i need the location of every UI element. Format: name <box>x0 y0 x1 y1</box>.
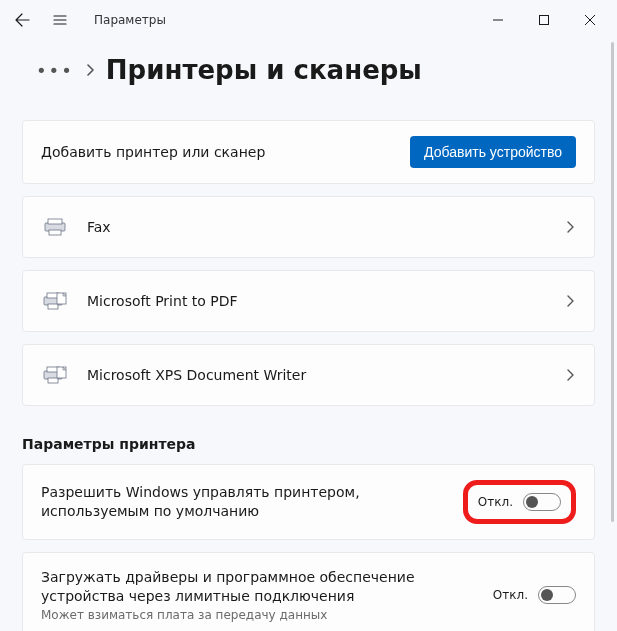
toggle-state-label: Откл. <box>478 495 513 509</box>
printer-pdf-icon <box>41 291 69 311</box>
option-metered-download: Загружать драйверы и программное обеспеч… <box>22 552 595 631</box>
app-name: Параметры <box>94 13 166 27</box>
option-title: Загружать драйверы и программное обеспеч… <box>41 568 483 606</box>
maximize-icon <box>539 15 549 25</box>
option-subtitle: Может взиматься плата за передачу данных <box>41 608 483 622</box>
back-button[interactable] <box>4 2 40 38</box>
printer-xps-icon <box>41 365 69 385</box>
option-title: Разрешить Windows управлять принтером, и… <box>41 483 453 521</box>
printer-name: Microsoft XPS Document Writer <box>87 367 564 383</box>
add-device-button[interactable]: Добавить устройство <box>410 136 576 168</box>
printer-item-pdf[interactable]: Microsoft Print to PDF <box>22 270 595 332</box>
svg-rect-6 <box>48 304 58 309</box>
hamburger-icon <box>52 12 68 28</box>
close-icon <box>585 15 595 25</box>
printer-item-xps[interactable]: Microsoft XPS Document Writer <box>22 344 595 406</box>
printer-name: Fax <box>87 219 564 235</box>
page-title: Принтеры и сканеры <box>106 55 422 85</box>
scrollbar[interactable] <box>611 42 614 522</box>
toggle-default-printer[interactable] <box>523 493 561 511</box>
svg-rect-0 <box>540 16 549 25</box>
svg-rect-3 <box>49 230 61 235</box>
minimize-icon <box>493 15 503 25</box>
title-bar: Параметры <box>0 0 617 40</box>
section-header: Параметры принтера <box>22 436 595 452</box>
breadcrumb: ••• Принтеры и сканеры <box>22 40 595 100</box>
window-controls <box>475 4 613 36</box>
chevron-right-icon <box>564 369 576 381</box>
svg-rect-10 <box>48 378 58 383</box>
printer-item-fax[interactable]: Fax <box>22 196 595 258</box>
menu-button[interactable] <box>42 2 78 38</box>
arrow-left-icon <box>14 12 30 28</box>
close-button[interactable] <box>567 4 613 36</box>
printer-name: Microsoft Print to PDF <box>87 293 564 309</box>
option-default-printer: Разрешить Windows управлять принтером, и… <box>22 464 595 540</box>
chevron-right-icon <box>84 64 96 76</box>
fax-icon <box>41 218 69 236</box>
chevron-right-icon <box>564 295 576 307</box>
toggle-state-label: Откл. <box>493 588 528 602</box>
maximize-button[interactable] <box>521 4 567 36</box>
svg-rect-2 <box>48 219 62 224</box>
add-device-label: Добавить принтер или сканер <box>41 144 410 160</box>
highlight-annotation: Откл. <box>463 480 576 524</box>
add-device-card: Добавить принтер или сканер Добавить уст… <box>22 120 595 184</box>
chevron-right-icon <box>564 221 576 233</box>
minimize-button[interactable] <box>475 4 521 36</box>
breadcrumb-overflow[interactable]: ••• <box>22 60 74 81</box>
toggle-metered-download[interactable] <box>538 586 576 604</box>
